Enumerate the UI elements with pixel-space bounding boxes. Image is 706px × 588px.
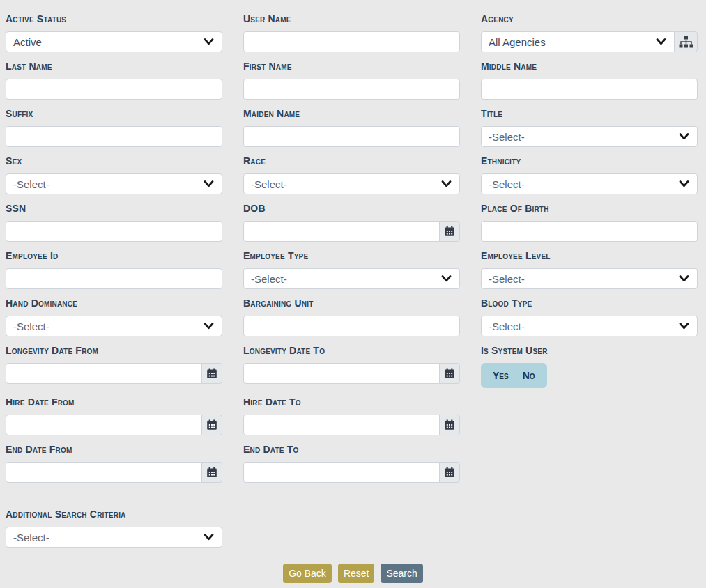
race-select[interactable]: -Select- — [243, 173, 460, 194]
agency-hierarchy-button[interactable] — [674, 31, 698, 52]
calendar-icon — [444, 226, 455, 237]
suffix-input[interactable] — [6, 126, 222, 147]
first-name-input[interactable] — [243, 79, 460, 100]
search-form: Active Status Active User Name Agency Al… — [0, 0, 706, 557]
calendar-icon — [206, 467, 217, 478]
longevity-date-to-label: Longevity Date To — [243, 346, 460, 356]
search-button[interactable]: Search — [381, 564, 422, 583]
calendar-icon — [444, 467, 455, 478]
hire-date-from-calendar-button[interactable] — [201, 415, 222, 435]
last-name-input[interactable] — [6, 79, 222, 100]
field-maiden-name: Maiden Name — [243, 109, 460, 147]
agency-select-value: All Agencies — [489, 36, 546, 48]
ssn-label: SSN — [6, 203, 222, 214]
place-of-birth-input[interactable] — [481, 221, 698, 242]
is-system-user-yes-option[interactable]: Yes — [493, 370, 509, 381]
middle-name-input[interactable] — [481, 79, 698, 100]
reset-button[interactable]: Reset — [338, 564, 375, 583]
calendar-icon — [444, 419, 455, 431]
longevity-date-from-calendar-button[interactable] — [201, 363, 222, 384]
hire-date-to-calendar-button[interactable] — [439, 415, 460, 435]
user-name-input[interactable] — [243, 31, 460, 52]
chevron-down-icon — [679, 323, 689, 330]
end-date-to-calendar-button[interactable] — [439, 462, 460, 483]
field-dob: DOB — [243, 203, 460, 242]
ethnicity-label: Ethnicity — [481, 156, 698, 167]
hire-date-from-input[interactable] — [6, 415, 202, 435]
first-name-label: First Name — [243, 61, 460, 72]
field-first-name: First Name — [243, 61, 460, 100]
field-hire-date-from: Hire Date From — [6, 397, 222, 435]
active-status-select[interactable]: Active — [6, 31, 222, 52]
employee-level-select[interactable]: -Select- — [481, 268, 698, 289]
is-system-user-no-option[interactable]: No — [523, 370, 535, 381]
bargaining-unit-input[interactable] — [243, 316, 460, 336]
active-status-label: Active Status — [6, 14, 222, 24]
calendar-icon — [444, 368, 455, 379]
additional-search-criteria-select-value: -Select- — [13, 532, 49, 543]
field-title: Title -Select- — [481, 109, 698, 147]
ethnicity-select[interactable]: -Select- — [481, 173, 698, 194]
form-actions: Go Back Reset Search — [0, 564, 706, 583]
ssn-input[interactable] — [6, 221, 222, 242]
field-user-name: User Name — [243, 14, 460, 52]
field-blood-type: Blood Type -Select- — [481, 298, 698, 336]
hire-date-to-input[interactable] — [243, 415, 440, 435]
employee-type-label: Employee Type — [243, 251, 460, 261]
title-select-value: -Select- — [489, 131, 525, 143]
last-name-label: Last Name — [6, 61, 222, 72]
employee-type-select[interactable]: -Select- — [243, 268, 460, 289]
hand-dominance-select[interactable]: -Select- — [6, 316, 222, 336]
maiden-name-input[interactable] — [243, 126, 460, 147]
field-suffix: Suffix — [6, 109, 222, 147]
employee-type-select-value: -Select- — [251, 273, 287, 285]
blood-type-label: Blood Type — [481, 298, 698, 309]
end-date-from-input[interactable] — [6, 462, 202, 483]
field-longevity-date-from: Longevity Date From — [6, 346, 222, 388]
longevity-date-from-input[interactable] — [6, 363, 202, 384]
chevron-down-icon — [441, 275, 452, 282]
user-name-label: User Name — [243, 14, 460, 24]
field-end-date-to: End Date To — [243, 444, 460, 483]
sex-select[interactable]: -Select- — [6, 173, 222, 194]
blood-type-select-value: -Select- — [489, 320, 525, 332]
hand-dominance-select-value: -Select- — [13, 320, 49, 332]
race-label: Race — [243, 156, 460, 167]
calendar-icon — [206, 419, 217, 431]
sex-select-value: -Select- — [13, 178, 49, 190]
go-back-button[interactable]: Go Back — [283, 564, 332, 583]
employee-id-input[interactable] — [6, 268, 222, 289]
hand-dominance-label: Hand Dominance — [6, 298, 222, 309]
title-label: Title — [481, 109, 698, 119]
field-employee-id: Employee Id — [6, 251, 222, 289]
longevity-date-to-calendar-button[interactable] — [439, 363, 460, 384]
agency-select[interactable]: All Agencies — [481, 31, 675, 52]
dob-calendar-button[interactable] — [439, 221, 460, 242]
longevity-date-from-label: Longevity Date From — [6, 346, 222, 356]
field-hand-dominance: Hand Dominance -Select- — [6, 298, 222, 336]
place-of-birth-label: Place Of Birth — [481, 203, 698, 214]
end-date-from-calendar-button[interactable] — [201, 462, 222, 483]
active-status-select-value: Active — [13, 36, 42, 48]
field-employee-level: Employee Level -Select- — [481, 251, 698, 289]
blood-type-select[interactable]: -Select- — [481, 316, 698, 336]
end-date-to-label: End Date To — [243, 444, 460, 455]
title-select[interactable]: -Select- — [481, 126, 698, 147]
field-race: Race -Select- — [243, 156, 460, 194]
end-date-to-input[interactable] — [243, 462, 440, 483]
dob-input[interactable] — [243, 221, 440, 242]
field-active-status: Active Status Active — [6, 14, 222, 52]
longevity-date-to-input[interactable] — [243, 363, 440, 384]
field-end-date-from: End Date From — [6, 444, 222, 483]
field-agency: Agency All Agencies — [481, 14, 698, 52]
maiden-name-label: Maiden Name — [243, 109, 460, 119]
calendar-icon — [206, 368, 217, 379]
chevron-down-icon — [679, 180, 689, 187]
sitemap-icon — [679, 36, 693, 48]
employee-level-select-value: -Select- — [489, 273, 525, 285]
chevron-down-icon — [679, 133, 689, 140]
additional-search-criteria-select[interactable]: -Select- — [6, 527, 222, 548]
field-place-of-birth: Place Of Birth — [481, 203, 698, 242]
chevron-down-icon — [441, 180, 452, 187]
sex-label: Sex — [6, 156, 222, 167]
